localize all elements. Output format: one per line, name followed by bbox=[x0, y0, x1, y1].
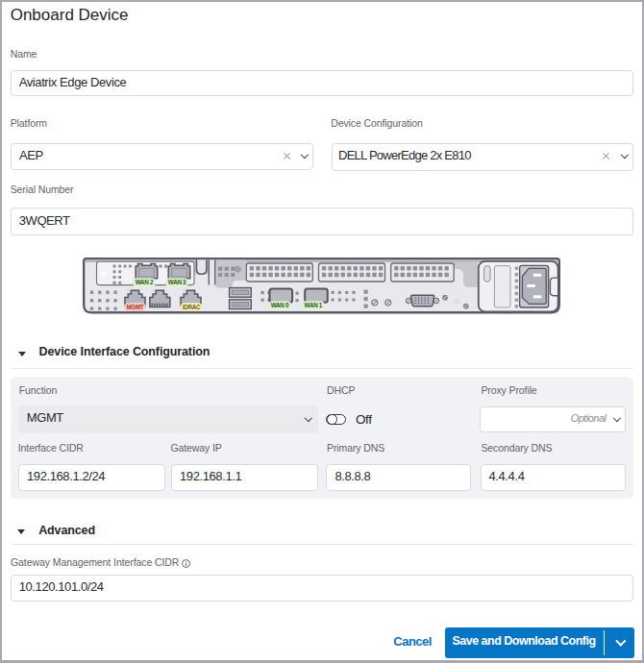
svg-text:iDRAC: iDRAC bbox=[183, 304, 201, 310]
svg-text:MGMT: MGMT bbox=[126, 304, 143, 310]
svg-text:WAN 1: WAN 1 bbox=[305, 302, 323, 308]
svg-text:WAN 0: WAN 0 bbox=[271, 302, 289, 308]
svg-text:WAN 3: WAN 3 bbox=[168, 279, 186, 285]
svg-text:WAN 2: WAN 2 bbox=[136, 279, 154, 285]
